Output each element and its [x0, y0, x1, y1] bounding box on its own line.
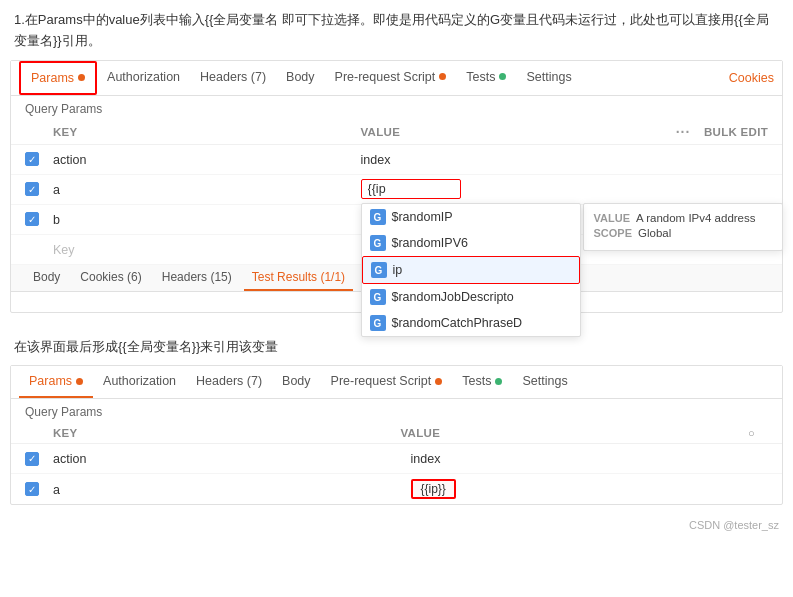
bottom-tab-body[interactable]: Body — [25, 265, 68, 291]
panel2-checkbox-row1[interactable] — [25, 452, 39, 466]
section-title: Query Params — [11, 96, 782, 120]
row1-key: action — [53, 152, 361, 167]
prerequest-dot — [439, 73, 446, 80]
panel2-tab-settings[interactable]: Settings — [512, 366, 577, 398]
panel2-row2-check[interactable] — [25, 482, 53, 496]
table-row: a G $randomIP G $randomIPV6 G ip — [11, 175, 782, 205]
panel2-tab-prerequest[interactable]: Pre-request Script — [321, 366, 453, 398]
info-scope-text: Global — [638, 227, 671, 239]
panel2-row1-check[interactable] — [25, 452, 53, 466]
dropdown-info-panel: VALUE A random IPv4 address SCOPE Global — [583, 203, 783, 251]
dropdown-item[interactable]: G $randomCatchPhraseD — [362, 310, 580, 336]
tab-body[interactable]: Body — [276, 62, 325, 94]
panel1-tab-bar: Params Authorization Headers (7) Body Pr… — [11, 61, 782, 96]
panel2-table-header: KEY VALUE ○ — [11, 423, 782, 444]
panel2-tab-tests[interactable]: Tests — [452, 366, 512, 398]
col-bulk-header[interactable]: Bulk Edit — [698, 126, 768, 138]
panel2-tab-bar: Params Authorization Headers (7) Body Pr… — [11, 366, 782, 399]
panel2-row1-value: index — [411, 451, 769, 466]
bottom-tab-headers[interactable]: Headers (15) — [154, 265, 240, 291]
dropdown-item-label: ip — [393, 263, 403, 277]
bottom-tab-testresults[interactable]: Test Results (1/1) — [244, 265, 353, 291]
panel2-params-dot — [76, 378, 83, 385]
panel2-row2-value: {{ip}} — [411, 479, 769, 499]
watermark: CSDN @tester_sz — [0, 515, 793, 533]
watermark-text: CSDN @tester_sz — [689, 519, 779, 531]
row2-key: a — [53, 182, 361, 197]
panel2-col-value-header: VALUE — [401, 427, 749, 439]
table-row: action index — [11, 444, 782, 474]
tab-headers[interactable]: Headers (7) — [190, 62, 276, 94]
panel2-row1-key: action — [53, 451, 411, 466]
row2-value: G $randomIP G $randomIPV6 G ip G $random… — [361, 179, 669, 199]
row3-key: b — [53, 212, 361, 227]
dropdown-item-label: $randomIPV6 — [392, 236, 468, 250]
cookies-link[interactable]: Cookies — [729, 71, 774, 85]
col-value-header: VALUE — [361, 126, 669, 138]
row4-key-placeholder[interactable]: Key — [53, 243, 75, 257]
g-badge: G — [371, 262, 387, 278]
info-scope-label: SCOPE — [594, 227, 633, 239]
panel2-tab-body[interactable]: Body — [272, 366, 321, 398]
g-badge: G — [370, 235, 386, 251]
table-header: KEY VALUE ··· Bulk Edit — [11, 120, 782, 145]
dropdown-item-label: $randomIP — [392, 210, 453, 224]
tab-tests[interactable]: Tests — [456, 62, 516, 94]
checkbox-row2[interactable] — [25, 182, 39, 196]
bottom-tab-cookies[interactable]: Cookies (6) — [72, 265, 149, 291]
panel2-row2-value-highlighted: {{ip}} — [411, 479, 456, 499]
panel2-tab-headers[interactable]: Headers (7) — [186, 366, 272, 398]
panel2-tab-tests-label: Tests — [462, 374, 491, 388]
g-badge: G — [370, 209, 386, 225]
row1-value: index — [361, 152, 669, 167]
panel2-tab-params[interactable]: Params — [19, 366, 93, 398]
g-badge: G — [370, 289, 386, 305]
row2-check[interactable] — [25, 182, 53, 196]
row1-value-text: index — [361, 153, 391, 167]
panel2-row1-value-text: index — [411, 452, 441, 466]
row1-check[interactable] — [25, 152, 53, 166]
dropdown-item[interactable]: G $randomIP — [362, 204, 580, 230]
row2-key-text: a — [53, 183, 60, 197]
tab-tests-label: Tests — [466, 70, 495, 84]
dropdown-item-label: $randomJobDescripto — [392, 290, 514, 304]
checkbox-row3[interactable] — [25, 212, 39, 226]
panel2-checkbox-row2[interactable] — [25, 482, 39, 496]
info-value-text: A random IPv4 address — [636, 212, 756, 224]
second-instruction-text: 在该界面最后形成{{全局变量名}}来引用该变量 — [14, 339, 278, 354]
tab-authorization-label: Authorization — [107, 70, 180, 84]
tab-settings-label: Settings — [526, 70, 571, 84]
row2-value-input[interactable] — [361, 179, 461, 199]
tab-prerequest[interactable]: Pre-request Script — [325, 62, 457, 94]
panel1: Params Authorization Headers (7) Body Pr… — [10, 60, 783, 313]
panel2-row2-key-text: a — [53, 483, 60, 497]
dropdown-item[interactable]: G $randomJobDescripto — [362, 284, 580, 310]
panel2-tab-params-label: Params — [29, 374, 72, 388]
panel2-tests-dot — [495, 378, 502, 385]
row3-check[interactable] — [25, 212, 53, 226]
panel2-prerequest-dot — [435, 378, 442, 385]
panel2-col-right: ○ — [748, 427, 768, 439]
tab-body-label: Body — [286, 70, 315, 84]
dropdown-popup: G $randomIP G $randomIPV6 G ip G $random… — [361, 203, 581, 337]
panel2-tab-body-label: Body — [282, 374, 311, 388]
checkbox-row1[interactable] — [25, 152, 39, 166]
tab-settings[interactable]: Settings — [516, 62, 581, 94]
dropdown-item-ip[interactable]: G ip — [362, 256, 580, 284]
tab-params[interactable]: Params — [19, 61, 97, 95]
col-dots-header: ··· — [668, 124, 698, 140]
tab-params-label: Params — [31, 71, 74, 85]
dropdown-item[interactable]: G $randomIPV6 — [362, 230, 580, 256]
panel2-row1-key-text: action — [53, 452, 86, 466]
panel2-tab-authorization[interactable]: Authorization — [93, 366, 186, 398]
panel2-row2-key: a — [53, 482, 411, 497]
panel2-tab-prerequest-label: Pre-request Script — [331, 374, 432, 388]
info-value-label: VALUE — [594, 212, 630, 224]
tab-authorization[interactable]: Authorization — [97, 62, 190, 94]
tab-prerequest-label: Pre-request Script — [335, 70, 436, 84]
tests-dot — [499, 73, 506, 80]
instruction-text: 1.在Params中的value列表中输入{{全局变量名 即可下拉选择。即使是用… — [14, 12, 769, 48]
panel2-tab-settings-label: Settings — [522, 374, 567, 388]
g-badge: G — [370, 315, 386, 331]
row4-key: Key — [53, 242, 361, 257]
